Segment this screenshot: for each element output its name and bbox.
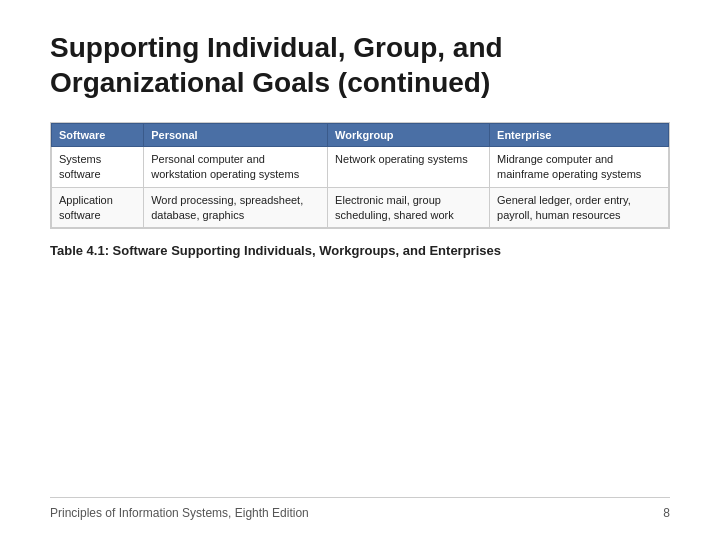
cell-software: Systems software <box>52 147 144 188</box>
software-table: Software Personal Workgroup Enterprise S… <box>51 123 669 228</box>
col-header-software: Software <box>52 124 144 147</box>
cell-workgroup: Network operating systems <box>328 147 490 188</box>
footer-page-number: 8 <box>663 506 670 520</box>
cell-enterprise: General ledger, order entry, payroll, hu… <box>490 187 669 228</box>
table-header-row: Software Personal Workgroup Enterprise <box>52 124 669 147</box>
footer-left: Principles of Information Systems, Eight… <box>50 506 309 520</box>
page-footer: Principles of Information Systems, Eight… <box>50 497 670 520</box>
col-header-enterprise: Enterprise <box>490 124 669 147</box>
cell-enterprise: Midrange computer and mainframe operatin… <box>490 147 669 188</box>
cell-personal: Word processing, spreadsheet, database, … <box>144 187 328 228</box>
cell-workgroup: Electronic mail, group scheduling, share… <box>328 187 490 228</box>
data-table-wrapper: Software Personal Workgroup Enterprise S… <box>50 122 670 229</box>
page: Supporting Individual, Group, and Organi… <box>0 0 720 540</box>
table-caption: Table 4.1: Software Supporting Individua… <box>50 243 670 258</box>
cell-software: Application software <box>52 187 144 228</box>
table-row: Systems softwarePersonal computer and wo… <box>52 147 669 188</box>
col-header-workgroup: Workgroup <box>328 124 490 147</box>
page-title: Supporting Individual, Group, and Organi… <box>50 30 670 100</box>
col-header-personal: Personal <box>144 124 328 147</box>
table-row: Application softwareWord processing, spr… <box>52 187 669 228</box>
cell-personal: Personal computer and workstation operat… <box>144 147 328 188</box>
